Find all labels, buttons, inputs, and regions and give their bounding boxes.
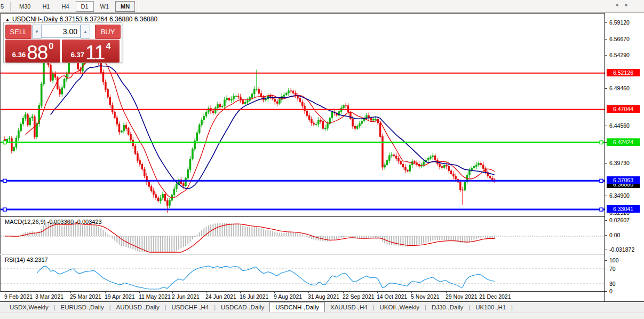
sell-button[interactable]: SELL <box>5 25 31 39</box>
indicator-tick-label: 0.00 <box>609 232 620 238</box>
price-tick-label: 6.39730 <box>609 160 630 166</box>
hline-handle[interactable] <box>3 141 6 144</box>
tab-xauusd-h4[interactable]: XAUUSD-,H4 <box>325 303 373 312</box>
price-tick-label: 6.56670 <box>609 36 630 42</box>
tab-ukoil-weekly[interactable]: UKOil-,Weekly <box>374 303 425 312</box>
indicator-tick-mark <box>605 269 607 269</box>
macd-histogram <box>5 222 495 252</box>
price-tick-label: 6.59120 <box>609 19 630 26</box>
timeframe-button-w1[interactable]: W1 <box>95 1 115 12</box>
indicator-tick-mark <box>605 260 607 261</box>
timeframe-toolbar: 5M30H1H4D1W1MN <box>0 0 644 13</box>
date-tick-label: 19 Apr 2021 <box>105 293 135 300</box>
sell-price-display[interactable]: 6.36 88 0 <box>5 40 60 63</box>
buy-price-display[interactable]: 6.37 11 4 <box>62 40 120 63</box>
date-tick-label: 11 May 2021 <box>139 293 171 300</box>
tab-usdchf-h4[interactable]: USDCHF-,H4 <box>166 303 214 312</box>
indicator-tick-mark <box>605 284 607 284</box>
price-tick-label: 6.49460 <box>609 85 630 91</box>
trading-platform-window: 5M30H1H4D1W1MN ▲USDCNH-,Daily 6.37153 6.… <box>0 0 644 319</box>
tab-usdcad-daily[interactable]: USDCAD-,Daily <box>216 303 269 312</box>
tab-eurusd-daily[interactable]: EURUSD-,Daily <box>55 303 109 312</box>
tab-scroll-arrows: ◄► <box>614 2 634 7</box>
hline-6.33041[interactable] <box>1 208 605 211</box>
ma-fast-line <box>26 58 495 198</box>
status-bar <box>0 313 644 319</box>
date-tick-label: 14 Oct 2021 <box>377 293 407 300</box>
tab-separator: | <box>511 304 513 310</box>
timeframe-button-h4[interactable]: H4 <box>56 1 74 12</box>
collapse-arrow-icon[interactable]: ▲ <box>5 17 10 22</box>
rsi-label: RSI(14) 43.2317 <box>5 256 48 263</box>
hline-handle[interactable] <box>600 179 603 182</box>
hline-handle[interactable] <box>600 208 603 211</box>
rsi-value: 43.2317 <box>27 256 48 263</box>
macd-label: MACD(12,26,9) -0.003360 -0.003423 <box>5 219 102 225</box>
rsi-line <box>37 266 495 289</box>
toolbar-separator <box>138 2 139 11</box>
toolbar-separator <box>10 2 11 11</box>
tab-scroll-left-icon[interactable]: ◄ <box>614 2 624 7</box>
hline-handle[interactable] <box>3 179 6 182</box>
date-tick-label: 2 Jun 2021 <box>172 293 200 300</box>
date-tick-label: 22 Sep 2021 <box>343 293 375 300</box>
indicator-tick-label: 100 <box>609 257 619 263</box>
tab-usdcnh-daily[interactable]: USDCNH-,Daily <box>269 302 325 312</box>
tab-scroll-right-icon[interactable]: ► <box>624 2 634 7</box>
indicator-tick-label: 30 <box>609 281 616 287</box>
date-tick-label: 24 Jun 2021 <box>205 293 236 300</box>
indicator-tick-label: 70 <box>609 266 616 272</box>
level-badge-6.37063: 6.37063 <box>607 176 640 184</box>
hline-6.42424[interactable] <box>1 141 605 144</box>
date-tick-label: 29 Nov 2021 <box>446 293 478 300</box>
hline-handle[interactable] <box>600 141 603 144</box>
tab-dj30-daily[interactable]: DJ30-,Daily <box>426 303 468 312</box>
price-tick-mark <box>605 22 607 23</box>
chart-symbol-label: USDCNH-,Daily <box>12 15 58 23</box>
level-badge-6.42424: 6.42424 <box>607 138 640 146</box>
volume-increase-icon[interactable]: ▲ <box>81 25 90 39</box>
timeframe-button-m30[interactable]: M30 <box>14 1 36 12</box>
timeframe-button-mn[interactable]: MN <box>115 1 135 12</box>
level-badge-6.33041: 6.33041 <box>607 205 640 213</box>
date-tick-label: 21 Dec 2021 <box>479 293 511 300</box>
date-tick-label: 3 Mar 2021 <box>35 293 63 300</box>
tab-uk100-h1[interactable]: UK100-,H1 <box>470 303 511 312</box>
price-tick-label: 6.44560 <box>609 122 630 129</box>
sell-price-prefix: 6.36 <box>12 51 26 59</box>
date-tick-label: 25 Mar 2021 <box>70 293 101 300</box>
macd-values: -0.003360 -0.003423 <box>47 219 101 225</box>
chart-title: ▲USDCNH-,Daily 6.37153 6.37264 6.36880 6… <box>5 15 157 23</box>
price-tick-mark <box>605 126 607 126</box>
volume-input[interactable] <box>41 25 81 38</box>
indicator-tick-mark <box>605 291 607 292</box>
timeframe-button-d1[interactable]: D1 <box>76 1 94 12</box>
date-tick-label: 9 Feb 2021 <box>4 293 33 300</box>
price-tick-mark <box>605 213 607 213</box>
buy-button[interactable]: BUY <box>95 25 121 39</box>
indicator-tick-label: -0.031872 <box>609 246 634 253</box>
tab-audusd-daily[interactable]: AUDUSD-,Daily <box>111 303 165 312</box>
date-tick-label: 16 Jul 2021 <box>240 293 268 300</box>
ma-slow-line <box>51 66 495 189</box>
volume-decrease-icon[interactable]: ▼ <box>32 25 42 39</box>
level-badge-6.52126: 6.52126 <box>607 69 640 76</box>
price-tick-mark <box>605 163 607 164</box>
timeframe-button-h1[interactable]: H1 <box>37 1 55 12</box>
timeframe-button-5[interactable]: 5 <box>0 1 7 12</box>
indicator-tick-label: 0 <box>609 288 613 294</box>
buy-price-main: 11 <box>85 45 105 61</box>
tab-usdx-weekly[interactable]: USDX,Weekly <box>4 303 54 312</box>
level-badge-6.47044: 6.47044 <box>607 105 640 113</box>
indicator-tick-mark <box>605 235 607 236</box>
one-click-trade-panel: SELL ▼ ▲ BUY 6.36 88 0 6.37 11 4 <box>3 22 122 63</box>
sell-price-sup: 0 <box>49 42 53 51</box>
rsi-indicator-pane <box>0 255 605 292</box>
hline-6.37063[interactable] <box>1 179 605 182</box>
price-tick-mark <box>605 39 607 40</box>
date-tick-label: 5 Nov 2021 <box>411 293 440 300</box>
date-tick-label: 31 Aug 2021 <box>308 293 339 300</box>
price-tick-label: 6.34900 <box>609 192 630 199</box>
hline-handle[interactable] <box>3 208 6 211</box>
price-axis: 6.591206.566706.542906.518406.494606.445… <box>605 13 644 302</box>
